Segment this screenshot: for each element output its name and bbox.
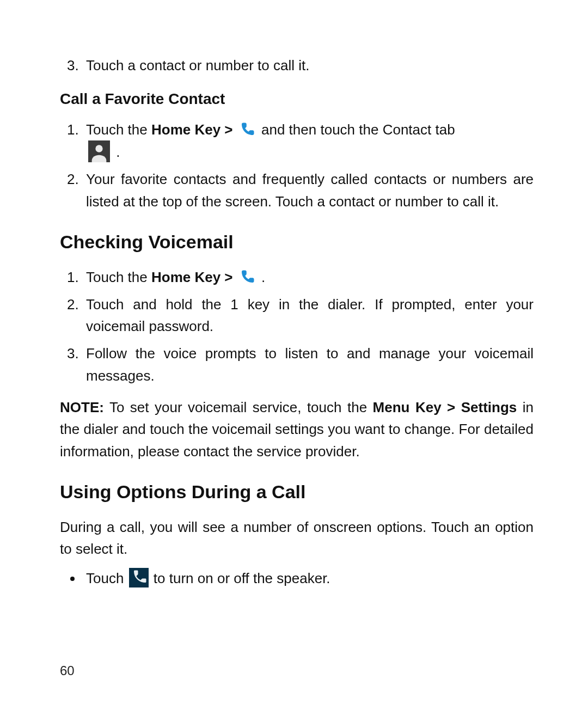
heading-checking-voicemail: Checking Voicemail [60,228,534,256]
text-bold-home-key: Home Key > [151,121,237,138]
list-item: Touch the Home Key > . [83,266,534,288]
step-text: Touch a contact or number to call it. [86,57,309,74]
heading-using-options: Using Options During a Call [60,478,534,506]
list-item: Follow the voice prompts to listen to an… [83,342,534,387]
text-run: To set your voicemail service, touch the [104,399,373,415]
text-run: Touch [86,570,128,586]
intro-paragraph: During a call, you will see a number of … [60,516,534,560]
list-item: Touch and hold the 1 key in the dialer. … [83,293,534,338]
heading-call-favorite: Call a Favorite Contact [60,87,534,111]
list-item: Your favorite contacts and frequently ca… [83,168,534,212]
list-item: Touch the Home Key > and then touch the … [83,119,534,163]
note-paragraph: NOTE: To set your voicemail service, tou… [60,396,534,462]
text-run: to turn on or off the speaker. [154,570,330,586]
list-item: Touch a contact or number to call it. [83,54,534,76]
phone-icon [239,269,255,285]
svg-point-0 [95,145,102,152]
phone-icon [239,121,255,138]
document-page: Touch a contact or number to call it. Ca… [0,0,588,710]
list-item: Touch to turn on or off the speaker. [83,567,534,589]
prev-section-steps: Touch a contact or number to call it. [60,54,534,76]
text-run: and then touch the Contact tab [261,121,455,138]
text-bold-menu-settings: Menu Key > Settings [373,399,517,415]
text-run: Touch the [86,121,151,138]
text-bold-home-key: Home Key > [151,269,237,285]
step-text: Touch and hold the 1 key in the dialer. … [86,296,534,334]
during-call-bullets: Touch to turn on or off the speaker. [60,567,534,589]
step-text: Your favorite contacts and frequently ca… [86,171,534,209]
step-text: Follow the voice prompts to listen to an… [86,345,534,383]
text-run: Touch the [86,269,151,285]
favorite-steps: Touch the Home Key > and then touch the … [60,119,534,212]
text-run: . [258,269,265,285]
page-number: 60 [60,660,75,681]
note-label: NOTE: [60,399,104,415]
contact-tab-icon [88,140,110,162]
speaker-phone-icon [129,568,149,587]
voicemail-steps: Touch the Home Key > . Touch and hold th… [60,266,534,387]
text-run: . [112,144,120,160]
